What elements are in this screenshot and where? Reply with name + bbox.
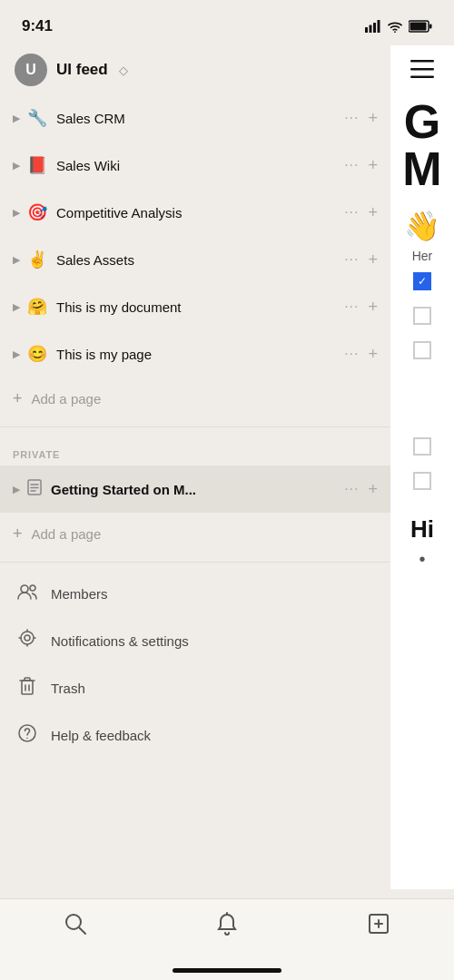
more-icon[interactable]: ··· [344, 251, 359, 268]
nav-actions-sales-assets[interactable]: ··· + [344, 250, 378, 270]
more-icon[interactable]: ··· [344, 299, 359, 315]
checkbox-2 [413, 307, 431, 325]
help-icon [16, 724, 38, 747]
notifications-settings-menu-item[interactable]: Notifications & settings [0, 617, 390, 664]
svg-rect-3 [378, 20, 380, 33]
tab-compose[interactable] [367, 912, 390, 936]
nav-emoji-sales-assets: ✌️ [27, 250, 47, 270]
right-panel: G M 👋 Her ✓ Hi • [390, 45, 454, 889]
add-icon[interactable]: + [368, 345, 378, 364]
private-nav-list: ▶ Getting Started on M... ··· + [0, 466, 390, 513]
more-icon[interactable]: ··· [344, 157, 359, 173]
more-icon[interactable]: ··· [344, 110, 359, 126]
home-indicator [173, 968, 281, 973]
nav-actions-my-page[interactable]: ··· + [344, 345, 378, 364]
nav-item-my-document[interactable]: ▶ 🤗 This is my document ··· + [0, 283, 390, 330]
tab-notifications[interactable] [215, 912, 239, 937]
tab-bar [0, 898, 454, 980]
nav-actions-sales-wiki[interactable]: ··· + [344, 156, 378, 175]
svg-point-19 [30, 585, 35, 591]
nav-label-my-page: This is my page [56, 347, 344, 362]
tab-search[interactable] [64, 912, 87, 936]
sidebar: ▶ 🔧 Sales CRM ··· + ▶ 📕 Sales Wiki ··· +… [0, 94, 390, 889]
checkbox-list: ✓ [413, 272, 431, 490]
nav-item-sales-assets[interactable]: ▶ ✌️ Sales Assets ··· + [0, 236, 390, 283]
svg-rect-0 [365, 27, 368, 33]
svg-point-20 [21, 632, 34, 644]
add-icon[interactable]: + [368, 480, 378, 499]
nav-emoji-my-page: 😊 [27, 344, 47, 364]
right-letter-g: G [404, 98, 440, 145]
nav-label-getting-started: Getting Started on M... [51, 482, 344, 497]
add-icon[interactable]: + [368, 156, 378, 175]
nav-item-sales-wiki[interactable]: ▶ 📕 Sales Wiki ··· + [0, 142, 390, 189]
bottom-divider [0, 562, 390, 563]
status-time: 9:41 [22, 17, 53, 35]
help-feedback-menu-item[interactable]: Help & feedback [0, 711, 390, 759]
nav-label-sales-wiki: Sales Wiki [56, 158, 344, 173]
add-icon[interactable]: + [368, 203, 378, 222]
search-icon [64, 912, 87, 936]
trash-menu-item[interactable]: Trash [0, 664, 390, 711]
status-bar: 9:41 [0, 0, 454, 45]
expand-icon: ▶ [13, 301, 20, 313]
right-dot: • [419, 549, 425, 569]
add-icon[interactable]: + [368, 298, 378, 317]
section-divider [0, 426, 390, 427]
add-page-button[interactable]: + Add a page [0, 377, 390, 419]
svg-rect-13 [410, 76, 434, 79]
workspace-name[interactable]: UI feed [56, 61, 108, 79]
header-left[interactable]: U UI feed ◇ [15, 54, 128, 86]
add-private-page-button[interactable]: + Add a page [0, 513, 390, 554]
nav-item-sales-crm[interactable]: ▶ 🔧 Sales CRM ··· + [0, 94, 390, 142]
svg-rect-11 [410, 60, 434, 63]
nav-emoji-competitive-analysis: 🎯 [27, 202, 47, 222]
nav-actions-sales-crm[interactable]: ··· + [344, 109, 378, 128]
nav-emoji-sales-crm: 🔧 [27, 108, 47, 128]
add-page-2-label: Add a page [32, 526, 102, 542]
nav-list: ▶ 🔧 Sales CRM ··· + ▶ 📕 Sales Wiki ··· +… [0, 94, 390, 377]
svg-rect-26 [22, 681, 33, 694]
more-icon[interactable]: ··· [344, 204, 359, 220]
document-icon [27, 479, 42, 499]
nav-item-getting-started[interactable]: ▶ Getting Started on M... ··· + [0, 466, 390, 513]
plus-icon: + [13, 389, 23, 408]
svg-rect-1 [370, 25, 372, 34]
right-panel-menu [390, 45, 454, 89]
add-icon[interactable]: + [368, 109, 378, 128]
add-icon[interactable]: + [368, 250, 378, 270]
compose-icon [367, 912, 390, 936]
right-hi-text: Hi [410, 515, 434, 543]
notifications-settings-label: Notifications & settings [51, 633, 189, 649]
private-section-label: PRIVATE [0, 435, 390, 466]
svg-rect-12 [410, 68, 434, 71]
svg-rect-6 [410, 23, 427, 31]
svg-line-32 [80, 928, 86, 935]
trash-icon [16, 676, 38, 701]
nav-item-competitive-analysis[interactable]: ▶ 🎯 Competitive Analysis ··· + [0, 189, 390, 236]
nav-actions-my-document[interactable]: ··· + [344, 298, 378, 317]
nav-actions-competitive-analysis[interactable]: ··· + [344, 203, 378, 222]
checkbox-4 [413, 437, 431, 456]
more-icon[interactable]: ··· [344, 346, 359, 362]
nav-actions-getting-started[interactable]: ··· + [344, 480, 378, 499]
right-letter-m: M [402, 145, 441, 192]
nav-item-my-page[interactable]: ▶ 😊 This is my page ··· + [0, 330, 390, 377]
checkbox-3 [413, 341, 431, 359]
svg-rect-2 [373, 23, 376, 33]
svg-rect-7 [429, 24, 432, 29]
members-menu-item[interactable]: Members [0, 570, 390, 617]
more-icon[interactable]: ··· [344, 481, 359, 497]
avatar[interactable]: U [15, 54, 47, 86]
right-wave-emoji: 👋 [404, 209, 440, 243]
help-feedback-label: Help & feedback [51, 728, 151, 743]
nav-emoji-my-document: 🤗 [27, 297, 47, 317]
expand-icon: ▶ [13, 207, 20, 219]
nav-emoji-sales-wiki: 📕 [27, 155, 47, 175]
svg-point-30 [26, 737, 28, 739]
nav-label-sales-crm: Sales CRM [56, 111, 344, 126]
expand-icon: ▶ [13, 348, 20, 360]
chevron-down-icon: ◇ [119, 64, 128, 77]
trash-label: Trash [51, 681, 85, 696]
members-label: Members [51, 586, 108, 602]
